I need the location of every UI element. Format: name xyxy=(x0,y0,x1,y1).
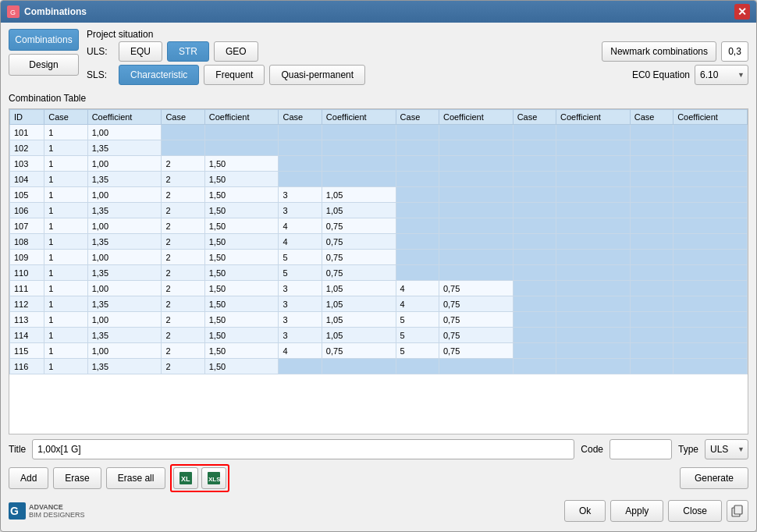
table-row[interactable]: 10611,3521,5031,05 xyxy=(10,203,748,218)
generate-button[interactable]: Generate xyxy=(680,467,748,489)
cell-case: 4 xyxy=(396,281,439,296)
cell-coeff xyxy=(322,156,396,172)
cell-case xyxy=(396,172,439,187)
table-row[interactable]: 11311,0021,5031,0550,75 xyxy=(10,312,748,328)
ec0-select[interactable]: 6.10 6.10a/b xyxy=(695,65,748,85)
table-row[interactable]: 10511,0021,5031,05 xyxy=(10,187,748,203)
cell-coeff xyxy=(673,140,748,156)
cell-case xyxy=(513,343,556,359)
cell-coeff: 1,50 xyxy=(204,250,279,265)
cell-coeff xyxy=(673,250,748,265)
cell-id: 114 xyxy=(10,328,44,343)
apply-button[interactable]: Apply xyxy=(610,500,663,522)
cell-coeff: 1,00 xyxy=(87,125,162,140)
table-row[interactable]: 11111,0021,5031,0540,75 xyxy=(10,281,748,296)
equ-btn[interactable]: EQU xyxy=(119,41,162,62)
import-excel-btn[interactable]: XLS xyxy=(201,467,226,489)
svg-rect-9 xyxy=(734,505,742,514)
erase-button[interactable]: Erase xyxy=(53,467,101,489)
table-row[interactable]: 10211,35 xyxy=(10,140,748,156)
cell-id: 102 xyxy=(10,140,44,156)
cell-id: 112 xyxy=(10,296,44,312)
type-select[interactable]: ULS SLS xyxy=(705,439,748,459)
cell-coeff xyxy=(556,281,631,296)
table-row[interactable]: 11611,3521,50 xyxy=(10,359,748,374)
design-nav-btn[interactable]: Design xyxy=(9,54,79,76)
copy-icon-btn[interactable] xyxy=(727,500,748,522)
type-label: Type xyxy=(678,444,698,455)
geo-btn[interactable]: GEO xyxy=(214,41,258,62)
window-title: Combinations xyxy=(24,6,87,17)
cell-case xyxy=(396,140,439,156)
cell-coeff xyxy=(556,172,631,187)
cell-case xyxy=(513,218,556,234)
frequent-btn[interactable]: Frequent xyxy=(204,65,265,85)
cell-coeff: 1,35 xyxy=(87,140,162,156)
sls-label: SLS: xyxy=(87,69,114,80)
cell-coeff xyxy=(673,312,748,328)
icon-buttons-group: XL XLS xyxy=(170,464,229,492)
characteristic-btn[interactable]: Characteristic xyxy=(119,65,199,85)
table-row[interactable]: 11411,3521,5031,0550,75 xyxy=(10,328,748,343)
erase-all-button[interactable]: Erase all xyxy=(106,467,166,489)
cell-coeff xyxy=(322,125,396,140)
cell-case xyxy=(513,328,556,343)
export-excel-btn[interactable]: XL xyxy=(173,467,198,489)
table-row[interactable]: 10711,0021,5040,75 xyxy=(10,218,748,234)
title-input[interactable] xyxy=(32,439,574,459)
str-btn[interactable]: STR xyxy=(167,41,209,62)
table-scroll[interactable]: ID Case Coefficient Case Coefficient Cas… xyxy=(9,109,748,434)
table-row[interactable]: 10111,00 xyxy=(10,125,748,140)
cell-coeff: 1,50 xyxy=(204,265,279,281)
cell-case xyxy=(513,281,556,296)
code-input[interactable] xyxy=(610,439,672,459)
cell-case: 1 xyxy=(44,281,87,296)
cell-coeff: 1,00 xyxy=(87,281,162,296)
ok-button[interactable]: Ok xyxy=(564,500,606,522)
cell-coeff xyxy=(673,328,748,343)
table-row[interactable]: 11211,3521,5031,0540,75 xyxy=(10,296,748,312)
cell-coeff: 0,75 xyxy=(439,312,513,328)
cell-case xyxy=(396,265,439,281)
cell-coeff: 0,75 xyxy=(322,234,396,250)
table-row[interactable]: 11011,3521,5050,75 xyxy=(10,265,748,281)
table-row[interactable]: 10411,3521,50 xyxy=(10,172,748,187)
col-id: ID xyxy=(10,110,44,125)
close-button[interactable]: ✕ xyxy=(734,4,750,20)
cell-case xyxy=(279,125,322,140)
cell-case xyxy=(396,203,439,218)
newmark-value-input[interactable] xyxy=(721,41,748,62)
cell-coeff: 1,00 xyxy=(87,312,162,328)
cell-case: 4 xyxy=(279,218,322,234)
newmark-btn[interactable]: Newmark combinations xyxy=(602,41,716,62)
table-row[interactable]: 10311,0021,50 xyxy=(10,156,748,172)
table-row[interactable]: 10911,0021,5050,75 xyxy=(10,250,748,265)
table-row[interactable]: 11511,0021,5040,7550,75 xyxy=(10,343,748,359)
quasi-permanent-btn[interactable]: Quasi-permanent xyxy=(269,65,365,85)
cell-coeff: 0,75 xyxy=(322,265,396,281)
cell-coeff: 1,35 xyxy=(87,203,162,218)
cell-case xyxy=(630,125,673,140)
cell-case xyxy=(630,172,673,187)
cell-case xyxy=(630,140,673,156)
add-button[interactable]: Add xyxy=(9,467,48,489)
cell-case xyxy=(396,359,439,374)
close-button-footer[interactable]: Close xyxy=(668,500,722,522)
table-row[interactable]: 10811,3521,5040,75 xyxy=(10,234,748,250)
cell-coeff xyxy=(439,203,513,218)
project-situation-area: Project situation ULS: EQU STR GEO Newma… xyxy=(87,29,748,85)
ec0-label: EC0 Equation xyxy=(632,69,690,80)
cell-case xyxy=(279,359,322,374)
svg-text:G: G xyxy=(10,505,19,517)
cell-case: 1 xyxy=(44,359,87,374)
cell-coeff xyxy=(673,125,748,140)
logo-text: ADVANCE BIM DESIGNERS xyxy=(29,503,85,519)
cell-coeff: 1,05 xyxy=(322,281,396,296)
cell-case: 1 xyxy=(44,203,87,218)
col-coeff-6: Coefficient xyxy=(673,110,748,125)
cell-id: 109 xyxy=(10,250,44,265)
cell-coeff: 1,35 xyxy=(87,265,162,281)
cell-coeff xyxy=(439,359,513,374)
combinations-nav-btn[interactable]: Combinations xyxy=(9,29,79,51)
cell-case: 1 xyxy=(44,328,87,343)
